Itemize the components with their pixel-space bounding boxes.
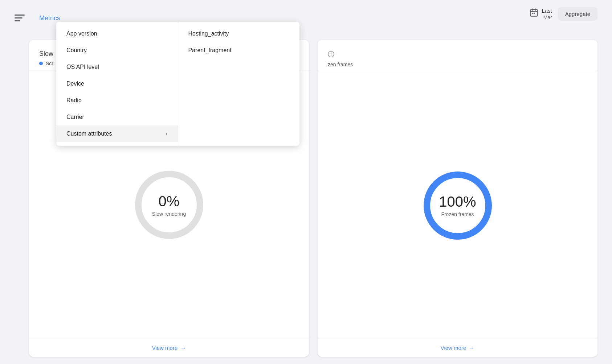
svg-rect-8	[534, 13, 535, 14]
last-label: Last	[542, 8, 552, 14]
dropdown-item-device[interactable]: Device	[56, 75, 178, 92]
slow-rendering-donut: 0% Slow rendering	[129, 165, 209, 245]
date-range-section[interactable]: Last Mar	[529, 8, 552, 20]
slow-rendering-center: 0% Slow rendering	[152, 193, 186, 217]
metrics-label: Metrics	[39, 15, 60, 22]
dropdown-item-custom-attributes[interactable]: Custom attributes ›	[56, 125, 178, 142]
filter-button[interactable]	[15, 15, 25, 22]
dropdown-item-app-version[interactable]: App version	[56, 25, 178, 42]
dropdown-right-col: Hosting_activity Parent_fragment	[178, 22, 300, 146]
svg-rect-1	[15, 17, 23, 18]
dropdown-item-carrier[interactable]: Carrier	[56, 109, 178, 125]
page-background: Metrics Last Mar Aggregate	[0, 0, 612, 364]
frozen-frames-subtitle: zen frames	[328, 62, 587, 67]
frozen-frames-header: ⓘ zen frames	[318, 40, 597, 72]
frozen-center: 100% Frozen frames	[439, 194, 476, 217]
frozen-frames-card: ⓘ zen frames 100% Frozen frames	[318, 40, 597, 357]
dropdown-item-country[interactable]: Country	[56, 42, 178, 59]
date-section: Last Mar	[542, 8, 552, 20]
svg-rect-2	[15, 20, 20, 21]
calendar-icon	[529, 8, 539, 20]
chevron-right-icon: ›	[166, 131, 167, 137]
arrow-right-icon: →	[180, 345, 186, 351]
subtitle-dot	[39, 62, 43, 65]
aggregate-button[interactable]: Aggregate	[558, 7, 597, 21]
frozen-frames-donut: 100% Frozen frames	[418, 166, 498, 245]
dropdown-item-radio[interactable]: Radio	[56, 92, 178, 109]
top-right-section: Last Mar Aggregate	[529, 7, 597, 21]
dropdown-item-hosting-activity[interactable]: Hosting_activity	[178, 25, 300, 42]
slow-pct: 0%	[152, 193, 186, 210]
slow-label: Slow rendering	[152, 211, 186, 217]
frozen-frames-title: ⓘ	[328, 50, 587, 59]
slow-view-more-link[interactable]: View more →	[152, 345, 186, 351]
slow-rendering-footer: View more →	[29, 339, 309, 357]
dropdown-item-os-api-level[interactable]: OS API level	[56, 59, 178, 75]
frozen-label: Frozen frames	[439, 211, 476, 217]
frozen-frames-footer: View more →	[318, 339, 597, 357]
frozen-view-more-link[interactable]: View more →	[441, 345, 475, 351]
subtitle-text: Scr	[46, 61, 53, 66]
arrow-right-icon-2: →	[469, 345, 474, 351]
frozen-pct: 100%	[439, 194, 476, 210]
dropdown-left-col: App version Country OS API level Device …	[56, 22, 178, 146]
svg-rect-0	[15, 15, 25, 16]
frozen-subtitle-text: zen frames	[328, 62, 353, 67]
svg-rect-7	[532, 13, 533, 14]
mar-label: Mar	[543, 15, 552, 20]
frozen-frames-body: 100% Frozen frames	[318, 72, 597, 339]
dropdown-item-parent-fragment[interactable]: Parent_fragment	[178, 42, 300, 59]
filter-dropdown: App version Country OS API level Device …	[56, 22, 299, 146]
